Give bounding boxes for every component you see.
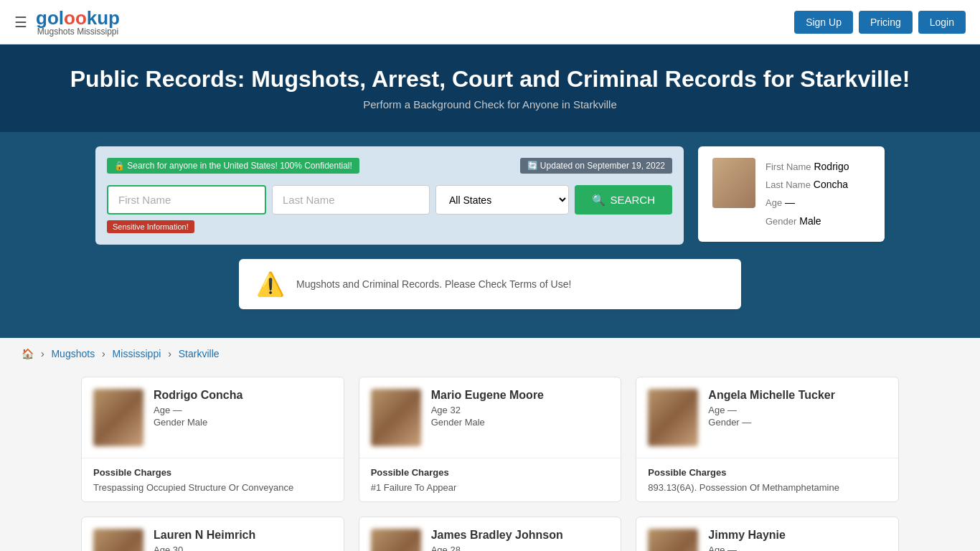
search-box: 🔒 Search for anyone in the United States…: [95, 146, 684, 245]
person-info: Angela Michelle Tucker Age — Gender —: [708, 389, 835, 428]
person-card[interactable]: James Bradley Johnson Age 28 Gender — Po…: [359, 517, 622, 551]
warning-icon: ⚠️: [256, 270, 285, 298]
person-card[interactable]: Rodrigo Concha Age — Gender Male Possibl…: [81, 377, 344, 502]
person-card[interactable]: Lauren N Heimrich Age 30 Gender — Possib…: [81, 517, 344, 551]
person-age: Age 28: [431, 545, 563, 551]
state-select[interactable]: All StatesAlabamaAlaskaArizonaArkansasCa…: [435, 185, 569, 215]
person-avatar: [371, 529, 421, 551]
person-card-top: Mario Eugene Moore Age 32 Gender Male: [359, 377, 621, 458]
person-gender: Gender Male: [154, 417, 242, 428]
avatar-image: [93, 529, 143, 551]
page-title: Public Records: Mugshots, Arrest, Court …: [14, 66, 966, 93]
person-name: Angela Michelle Tucker: [708, 389, 835, 402]
avatar-image: [371, 389, 421, 446]
search-notice: 🔒 Search for anyone in the United States…: [107, 158, 359, 174]
header-nav: Sign Up Pricing Login: [794, 11, 966, 34]
login-button[interactable]: Login: [918, 11, 966, 34]
person-age: Age 30: [154, 545, 255, 551]
terms-text: Mugshots and Criminal Records. Please Ch…: [296, 278, 571, 290]
terms-notice: ⚠️ Mugshots and Criminal Records. Please…: [239, 259, 741, 309]
charges-label: Possible Charges: [371, 467, 610, 478]
search-icon: 🔍: [592, 194, 606, 207]
person-gender: Gender Male: [431, 417, 544, 428]
profile-last-name: Last Name Concha: [765, 176, 849, 194]
person-info: Jimmy Haynie Age — Gender —: [708, 529, 786, 551]
person-name: Mario Eugene Moore: [431, 389, 544, 402]
avatar-image: [93, 389, 143, 446]
person-avatar: [648, 389, 698, 446]
breadcrumb-starkville[interactable]: Starkville: [179, 348, 220, 359]
person-age: Age —: [154, 405, 242, 415]
person-info: Rodrigo Concha Age — Gender Male: [154, 389, 242, 428]
signup-button[interactable]: Sign Up: [794, 11, 853, 34]
logo-sub: Mugshots Mississippi: [36, 27, 120, 37]
person-card-top: James Bradley Johnson Age 28 Gender —: [359, 517, 621, 551]
breadcrumb-mugshots[interactable]: Mugshots: [51, 348, 95, 359]
logo[interactable]: golookup Mugshots Mississippi: [36, 7, 120, 37]
person-card-top: Jimmy Haynie Age — Gender —: [636, 517, 898, 551]
profile-age: Age —: [765, 194, 849, 212]
first-name-input[interactable]: [107, 185, 266, 215]
search-button-label: SEARCH: [610, 194, 655, 206]
search-inner: 🔒 Search for anyone in the United States…: [95, 146, 885, 245]
charges-section: Possible Charges Trespassing Occupied St…: [82, 458, 344, 501]
header-left: ☰ golookup Mugshots Mississippi: [14, 7, 120, 37]
person-name: Rodrigo Concha: [154, 389, 242, 402]
person-card[interactable]: Jimmy Haynie Age — Gender — Possible Cha…: [636, 517, 899, 551]
person-age: Age —: [708, 545, 786, 551]
person-card-top: Rodrigo Concha Age — Gender Male: [82, 377, 344, 458]
charges-label: Possible Charges: [93, 467, 332, 478]
breadcrumb-home[interactable]: 🏠: [22, 348, 34, 359]
person-avatar: [93, 389, 143, 446]
search-updated: 🔄 Updated on September 19, 2022: [520, 158, 672, 174]
profile-avatar-image: [712, 158, 755, 208]
hero-subtitle: Perform a Background Check for Anyone in…: [14, 98, 966, 110]
avatar-image: [371, 529, 421, 551]
pricing-button[interactable]: Pricing: [859, 11, 913, 34]
search-row: All StatesAlabamaAlaskaArizonaArkansasCa…: [107, 185, 672, 215]
person-name: James Bradley Johnson: [431, 529, 563, 542]
person-card-top: Angela Michelle Tucker Age — Gender —: [636, 377, 898, 458]
person-card-top: Lauren N Heimrich Age 30 Gender —: [82, 517, 344, 551]
profile-card: First Name Rodrigo Last Name Concha Age …: [698, 146, 885, 242]
avatar-image: [648, 389, 698, 446]
person-card[interactable]: Angela Michelle Tucker Age — Gender — Po…: [636, 377, 899, 502]
header: ☰ golookup Mugshots Mississippi Sign Up …: [0, 0, 980, 44]
profile-info: First Name Rodrigo Last Name Concha Age …: [765, 158, 849, 230]
person-age: Age —: [708, 405, 835, 415]
charges-text: #1 Failure To Appear: [371, 482, 610, 493]
hamburger-icon[interactable]: ☰: [14, 14, 27, 31]
profile-avatar: [712, 158, 755, 208]
profile-first-name: First Name Rodrigo: [765, 158, 849, 176]
person-avatar: [648, 529, 698, 551]
last-name-input[interactable]: [272, 185, 430, 215]
person-avatar: [93, 529, 143, 551]
sensitive-badge: Sensitive Information!: [107, 220, 194, 233]
charges-section: Possible Charges #1 Failure To Appear: [359, 458, 621, 501]
charges-label: Possible Charges: [648, 467, 887, 478]
person-card[interactable]: Mario Eugene Moore Age 32 Gender Male Po…: [359, 377, 622, 502]
charges-text: Trespassing Occupied Structure Or Convey…: [93, 482, 332, 493]
person-avatar: [371, 389, 421, 446]
search-button[interactable]: 🔍 SEARCH: [575, 185, 672, 215]
person-info: Mario Eugene Moore Age 32 Gender Male: [431, 389, 544, 428]
profile-gender: Gender Male: [765, 212, 849, 230]
avatar-image: [648, 529, 698, 551]
hero-section: Public Records: Mugshots, Arrest, Court …: [0, 44, 980, 132]
charges-section: Possible Charges 893.13(6A). Possession …: [636, 458, 898, 501]
person-name: Jimmy Haynie: [708, 529, 786, 542]
search-section: 🔒 Search for anyone in the United States…: [0, 132, 980, 338]
charges-text: 893.13(6A). Possession Of Methamphetamin…: [648, 482, 887, 493]
person-age: Age 32: [431, 405, 544, 415]
profile-card-inner: First Name Rodrigo Last Name Concha Age …: [712, 158, 870, 230]
breadcrumb: 🏠 › Mugshots › Mississippi › Starkville: [0, 338, 980, 369]
person-info: Lauren N Heimrich Age 30 Gender —: [154, 529, 255, 551]
breadcrumb-mississippi[interactable]: Mississippi: [113, 348, 161, 359]
person-name: Lauren N Heimrich: [154, 529, 255, 542]
cards-grid: Rodrigo Concha Age — Gender Male Possibl…: [60, 369, 920, 551]
person-info: James Bradley Johnson Age 28 Gender —: [431, 529, 563, 551]
person-gender: Gender —: [708, 417, 835, 428]
